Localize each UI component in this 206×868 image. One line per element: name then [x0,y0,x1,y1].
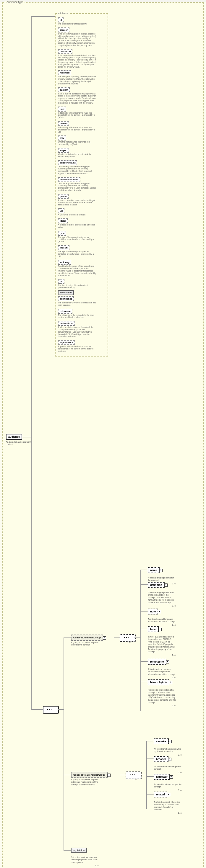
child-broader: broader+0..∞An identifier of a more gene… [154,756,182,771]
plus-icon[interactable]: + [167,793,170,796]
attr-desc: A concept identifier expressed as a free… [58,224,96,228]
minus-icon[interactable]: − [103,636,106,640]
occurrence: 0..∞ [178,772,182,774]
plus-icon[interactable]: + [170,775,173,779]
child-sameAs: sameAs+0..∞An identifier of a concept wi… [154,738,182,753]
connector [146,758,154,759]
group-desc: A group of properties required to define… [71,641,99,646]
any-box: any ##other [71,848,87,852]
connector [146,776,154,777]
child-note: note+0..∞Additional natural language inf… [148,609,176,623]
attr-whyuri: whyuri [58,148,69,153]
attr-howuri: howuri [58,121,69,126]
attr-desc: Indicates by which means the value was e… [58,112,96,119]
group-desc: A group of properties required to indica… [71,779,99,786]
element-remoteInfo: remoteInfo+ [148,659,166,665]
connector [146,741,154,741]
element-desc: A link to an item or a web resource whic… [148,668,176,676]
attributes-box: attributes idThe local identifier of the… [55,13,108,356]
attr-dir: dir [58,279,65,284]
connector [140,661,148,662]
occurrence: 0..∞ [172,624,176,626]
element-desc: An identifier of a more generic concept. [154,766,182,771]
element-desc: Represents the position of a concept in … [148,689,176,704]
concept-definition-group: ConceptDefinitionGroup− A group of prope… [71,634,103,646]
attr-desc: The confidence with which the metadata h… [58,302,96,306]
any-label: any ##other [73,849,85,851]
connector [63,775,71,775]
attr-qcode: qcode [58,194,69,199]
attributes-label: attributes [57,12,69,14]
plus-icon[interactable]: + [168,757,172,761]
attr-desc: One or many constraints that apply to pu… [58,182,96,191]
element-sameAs: sameAs+ [154,738,169,744]
attr-pubconstrainturi: pubconstrainturi [58,177,80,182]
child-facet: facet+0..∞In NAR 1.8 and later, facet is… [148,626,176,653]
connector [31,16,55,17]
sequence-indicator [43,706,59,714]
plus-icon[interactable]: + [158,628,162,631]
plus-icon[interactable]: + [158,610,161,613]
element-desc: A natural language definition of the sem… [148,591,176,604]
element-desc: In NAR 1.8 and later, facet is deprecate… [148,636,176,653]
connector [63,638,64,850]
plus-icon[interactable]: + [159,569,162,572]
connector [20,437,31,437]
attr-desc: Why the metadata has been included - exp… [58,141,96,146]
attr-desc: If set to true the corresponding propert… [58,93,96,104]
attr-derivedfrom: derivedfrom [58,321,75,326]
concept-relationships-group: ConceptRelationshipsGroup− A group of pr… [71,772,108,786]
attr-desc: The directionality of textual content (e… [58,284,96,289]
attr-desc: A URI which identifies a concept [58,214,96,216]
attr-desc: The relevance of the metadata to the new… [58,314,96,319]
sequence-indicator [120,634,136,642]
connector [146,741,147,809]
connector [146,794,154,795]
attr-desc: A reference to the concept from which th… [58,326,96,338]
attr-id: id [58,18,63,23]
child-related: related+0..∞A related concept, where the… [154,792,182,811]
occurrence: 0..∞ [178,754,182,756]
element-desc: A related concept, where the relationshi… [154,801,182,811]
type-name: AudienceType [5,1,25,4]
connector [140,629,148,629]
attr-custom: custom [58,87,70,92]
element-hierarchyInfo: hierarchyInfo+ [148,679,169,685]
element-desc: An identifier of a more specific concept… [154,783,182,788]
any-other: any ##other 0..∞ Extension point for pro… [71,848,99,864]
attr-desc: The type of the concept assigned as cont… [58,251,96,257]
element-facet: facet+ [148,626,159,632]
attr-desc: The date (and, optionally, the time) whe… [58,75,96,85]
attr-desc: Specifies the language of this property … [58,265,96,277]
element-desc: An identifier of a concept with equivale… [154,748,182,753]
minus-icon[interactable]: − [107,774,110,777]
occurrence: 0..∞ [172,605,176,607]
connector [120,775,126,775]
attr-relevance: relevance [58,309,72,314]
plus-icon[interactable]: + [164,584,168,587]
group-box: ConceptRelationshipsGroup− [71,772,108,778]
any-desc: Extension point for provider-defined pro… [71,856,99,864]
attr-desc: A concept identifier expressed as a stri… [58,199,96,206]
connector [140,569,148,570]
occurrence: 0..∞ [178,812,182,814]
attr-creatoruri: creatoruri [58,49,72,54]
child-remoteInfo: remoteInfo+0..∞A link to an item or a we… [148,659,176,676]
attr-modified: modified [58,70,71,75]
plus-icon[interactable]: + [169,740,172,743]
attr-desc: One or many constraints that apply to pu… [58,165,96,175]
type-container: AudienceType audience An intended audien… [2,2,204,868]
attr-desc: Why the metadata has been included - exp… [58,153,96,158]
attr-type: type [58,231,66,236]
occurrence: 0..∞ [172,705,176,707]
connector [31,709,43,710]
group-name: ConceptDefinitionGroup [73,636,101,639]
connector [114,638,120,638]
occurrence: 0..∞ [178,789,182,791]
element-desc: A natural language name for the concept. [148,577,176,582]
connector [140,584,148,585]
plus-icon[interactable]: + [166,660,169,663]
child-hierarchyInfo: hierarchyInfo+0..∞Represents the positio… [148,679,176,704]
attr-why: why [58,135,66,141]
plus-icon[interactable]: + [169,681,172,684]
